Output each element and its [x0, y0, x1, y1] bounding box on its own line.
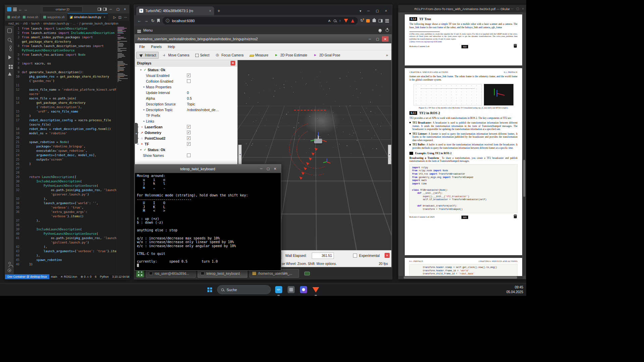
- close-button[interactable]: ×: [122, 7, 127, 11]
- ports-indicator[interactable]: 6: [93, 275, 98, 278]
- problems[interactable]: ⊗0⚠0: [79, 275, 93, 278]
- maximize-button[interactable]: ▢: [264, 167, 271, 171]
- run-debug-icon[interactable]: [8, 55, 11, 59]
- tool-move[interactable]: Move Camera: [159, 52, 192, 59]
- new-tab-button[interactable]: +: [217, 8, 220, 13]
- brave-shield-icon[interactable]: [344, 19, 348, 22]
- property-checkbox[interactable]: [187, 79, 191, 83]
- display-row[interactable]: ▸∴PointCloud2✓: [135, 135, 237, 141]
- wallet-icon[interactable]: [366, 19, 370, 22]
- display-row[interactable]: ▸▪LaserScan✓: [135, 124, 237, 130]
- display-row[interactable]: Update Interval0: [135, 90, 237, 95]
- property-checkbox[interactable]: ✓: [187, 74, 191, 77]
- language-mode[interactable]: Python: [98, 275, 110, 278]
- forward-icon[interactable]: →: [24, 7, 28, 11]
- property-checkbox[interactable]: [187, 153, 191, 157]
- split-editor-icon[interactable]: ◫: [118, 15, 121, 19]
- tool-focus[interactable]: Focus Camera: [213, 52, 246, 59]
- teleop-titlebar[interactable]: teleop_twist_keyboard ─ ▢ ✕: [135, 165, 281, 173]
- extensions-icon[interactable]: [9, 65, 10, 66]
- keyboard-icon[interactable]: [304, 272, 310, 275]
- expand-arrow-icon[interactable]: ▸: [139, 148, 143, 151]
- display-row[interactable]: Description SourceTopic: [135, 101, 237, 107]
- menu-help[interactable]: Help: [165, 44, 178, 49]
- minimize-button[interactable]: ─: [364, 8, 373, 13]
- display-row[interactable]: Collision Enabled: [135, 78, 237, 84]
- property-checkbox[interactable]: ✓: [187, 142, 191, 146]
- toggle-panel-icon[interactable]: [103, 8, 107, 11]
- tool-interact[interactable]: Interact: [136, 52, 159, 59]
- tab-close-icon[interactable]: ×: [209, 9, 211, 13]
- ros-distro[interactable]: ✕ROS2.iron: [59, 275, 79, 278]
- panel-close-icon[interactable]: ✕: [385, 253, 390, 258]
- browser-menu-icon[interactable]: [385, 19, 389, 20]
- applications-menu-icon[interactable]: [137, 30, 141, 31]
- display-row[interactable]: Visual Enabled✓: [135, 73, 237, 78]
- toolbar-overflow-button[interactable]: »: [384, 53, 390, 57]
- restore-button[interactable]: ▢: [115, 7, 121, 11]
- tool-pose[interactable]: 2D Pose Estimate: [271, 52, 310, 59]
- sidebar-icon[interactable]: [379, 19, 383, 22]
- python-version[interactable]: 3.10.12 64-bit: [110, 275, 129, 278]
- settings-gear-icon[interactable]: [8, 269, 11, 272]
- display-row[interactable]: ▸↗Odometry✓: [135, 130, 237, 135]
- expand-arrow-icon[interactable]: ▸: [142, 120, 146, 123]
- maximize-button[interactable]: ▢: [516, 7, 519, 10]
- display-row[interactable]: ▸Links: [135, 118, 237, 124]
- scrollbar-thumb[interactable]: [404, 276, 517, 279]
- display-row[interactable]: Alpha0.5: [135, 95, 237, 101]
- breadcrumb-item[interactable]: ros2_src: [8, 22, 19, 25]
- more-actions-icon[interactable]: ⋯: [124, 15, 127, 19]
- close-button[interactable]: ✕: [382, 36, 389, 42]
- reload-icon[interactable]: ↻: [151, 18, 154, 23]
- explorer-icon[interactable]: [7, 29, 12, 33]
- property-value[interactable]: /robotino/robot_de…: [187, 108, 219, 112]
- minimize-button[interactable]: ─: [511, 7, 513, 10]
- property-checkbox[interactable]: ✓: [187, 125, 191, 129]
- translate-icon[interactable]: A: [328, 19, 331, 22]
- tool-select[interactable]: Select: [193, 52, 212, 58]
- novnc-drawer-handle[interactable]: ◂: [134, 123, 138, 144]
- editor-tab[interactable]: move.sh: [20, 13, 41, 21]
- property-value[interactable]: Topic: [187, 102, 195, 106]
- scrollbar-thumb[interactable]: [523, 160, 525, 197]
- close-button[interactable]: ×: [522, 7, 524, 10]
- search-icon[interactable]: [8, 38, 11, 41]
- editor-tab[interactable]: and.sh: [5, 13, 20, 21]
- maximize-button[interactable]: ▢: [373, 8, 382, 13]
- testing-icon[interactable]: [8, 72, 11, 76]
- vertical-scrollbar[interactable]: [523, 12, 526, 276]
- taskbar-app-vscode[interactable]: </>: [274, 285, 283, 295]
- horizontal-scrollbar[interactable]: [398, 276, 523, 279]
- breadcrumb-item[interactable]: ch5: [23, 22, 28, 25]
- property-checkbox[interactable]: ✓: [187, 131, 191, 134]
- tool-goal[interactable]: 2D Goal Pose: [311, 52, 343, 59]
- bookmark-icon[interactable]: [157, 19, 160, 22]
- minimize-button[interactable]: ─: [258, 167, 264, 171]
- expand-arrow-icon[interactable]: ▸: [142, 108, 146, 111]
- expand-arrow-icon[interactable]: ▸: [142, 85, 146, 88]
- rviz-titlebar[interactable]: /home/ros_user/sim_ws/install/robotino_b…: [135, 35, 391, 43]
- breadcrumb[interactable]: ros2_src›ch5›launch›simulation.launch.py…: [5, 21, 129, 26]
- account-icon[interactable]: [8, 262, 11, 264]
- editor-tab[interactable]: simulation.launch.py×: [67, 13, 108, 21]
- zoom-icon[interactable]: [334, 19, 336, 22]
- panel-collapse-handle[interactable]: ◂: [238, 145, 242, 164]
- taskbar-app-2[interactable]: [286, 285, 296, 295]
- browser-tab[interactable]: V TurboVNC: 480a389d9673:1 (ro ×: [136, 6, 214, 15]
- display-row[interactable]: ▸✓Status: Ok: [135, 147, 237, 152]
- notifications-bell-icon[interactable]: [379, 29, 382, 32]
- minimize-button[interactable]: ─: [108, 7, 113, 11]
- start-button[interactable]: [205, 285, 214, 295]
- display-row[interactable]: Show Names: [135, 152, 237, 158]
- back-icon[interactable]: ←: [137, 18, 142, 23]
- tool-measure[interactable]: Measure: [247, 52, 271, 58]
- breadcrumb-item[interactable]: …: [73, 22, 76, 25]
- maximize-button[interactable]: ▢: [374, 36, 381, 42]
- panel-expand-handle[interactable]: ▸: [388, 145, 391, 164]
- source-control-icon[interactable]: [10, 46, 11, 50]
- toggle-sidebar-icon[interactable]: [98, 8, 101, 11]
- terminal-output[interactable]: Moving around: u i o j k l m , . For Hol…: [135, 173, 281, 270]
- site-info-icon[interactable]: i: [166, 19, 169, 22]
- footnote-link[interactable]: (1)http://www.ros.org/reps/rep-0105.html: [409, 41, 517, 43]
